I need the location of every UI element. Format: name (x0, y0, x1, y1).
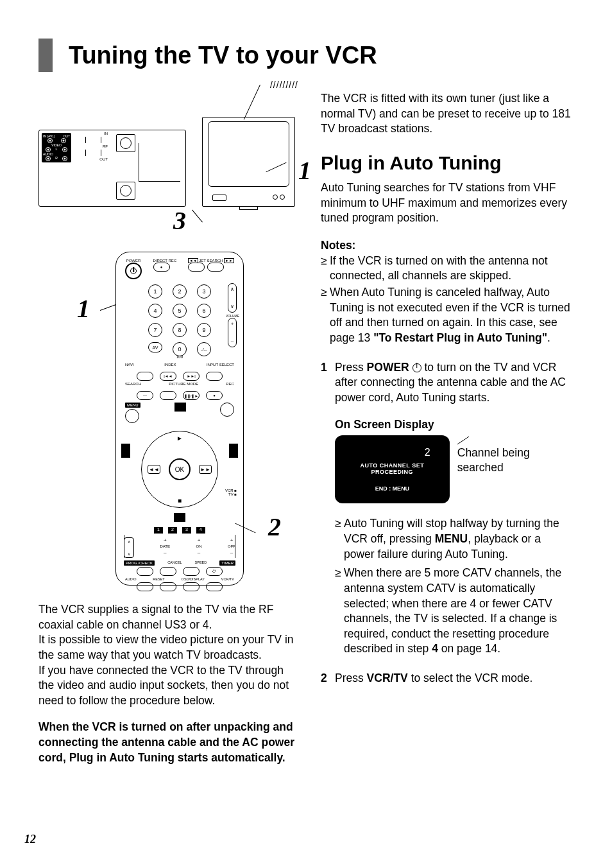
numpad-dash: -/-- (197, 342, 211, 356)
sub1-menu: MENU (435, 532, 468, 545)
right-side-button (229, 444, 238, 458)
step-2-suffix: to select the VCR mode. (408, 672, 533, 684)
osd-wrap: 2 AUTO CHANNEL SET PROCEEDING END : MENU… (335, 435, 574, 503)
step-1-body: Press POWER to turn on the TV and VCR af… (335, 360, 574, 406)
numpad-7: 7 (148, 323, 162, 337)
label-r: R (55, 156, 58, 161)
label-direct-rec: DIRECT REC (153, 259, 177, 263)
label-rf-in: IN (79, 132, 108, 135)
note-2: When Auto Tuning is canceled halfway, Au… (321, 285, 574, 346)
label-tv-switch: TV (228, 492, 234, 496)
sub2-b: on page 14. (438, 642, 500, 655)
cancel-button (160, 567, 176, 576)
reset-button (160, 582, 176, 591)
step-2-vcrtv: VCR/TV (367, 672, 408, 684)
prog-2: 2 (168, 527, 177, 534)
osd-callout-text: Channel being searched (457, 446, 574, 475)
osd-channel-number: 2 (343, 447, 442, 458)
cable-line (139, 143, 180, 182)
sub2-bold: 4 (432, 642, 438, 655)
remote-callout-1: 1 (77, 293, 90, 324)
label-audio: AUDIO (125, 577, 136, 581)
page-title: Tuning the TV to your VCR (69, 42, 377, 69)
numpad-8: 8 (173, 323, 187, 337)
label-picture-mode: PICTURE MODE (169, 382, 198, 386)
numpad-6: 6 (197, 304, 211, 318)
navi-button (137, 372, 153, 381)
label-speed: SPEED (195, 560, 207, 566)
label-off: OFF (228, 544, 235, 548)
dpad: ► ◄◄ ►► OK ■ (141, 431, 218, 508)
numpad-0: 0 (173, 342, 187, 356)
up-arrow-button (174, 403, 186, 412)
dpad-rew: ◄◄ (148, 465, 160, 474)
osd-line-1: AUTO CHANNEL SET (343, 462, 442, 469)
numpad-4: 4 (148, 304, 162, 318)
left-side-button (121, 444, 130, 458)
search-button: — (137, 391, 153, 400)
numpad-3: 3 (197, 284, 211, 299)
left-column: ///////// IN (AV1)OUT VIDEO L AUDIO R IN… (38, 91, 295, 765)
rf-in-jack (116, 134, 135, 152)
rf-labels: IN RF OUT (79, 132, 108, 154)
vcr-port-block: IN (AV1)OUT VIDEO L AUDIO R (42, 133, 71, 162)
osd-screen: 2 AUTO CHANNEL SET PROCEEDING END : MENU (335, 435, 450, 503)
label-power: POWER (125, 259, 142, 263)
label-av: AV (153, 345, 158, 350)
power-button-icon (125, 263, 142, 279)
step-1-sub-bullets: Auto Tuning will stop halfway by turning… (335, 516, 574, 657)
vcr-tv-button (206, 582, 223, 591)
step-2: 2 Press VCR/TV to select the VCR mode. (321, 671, 574, 686)
notes-heading: Notes: (321, 239, 574, 252)
index-prev: |◄◄ (160, 372, 176, 381)
volume-updown: +– (228, 318, 237, 347)
note-2-end: . (547, 331, 550, 344)
speed-button (183, 567, 200, 576)
top-right-round-button (220, 403, 234, 417)
rec-button: ● (206, 391, 223, 400)
rf-out-jack (116, 182, 135, 200)
label-menu: MENU (125, 403, 140, 408)
timer-button: ⏱ (206, 567, 223, 576)
remote-callout-2: 2 (268, 512, 281, 542)
remote-control-diagram: 1 POWER DIRECT REC ● ◄◄ JET SEARCH ►► (38, 252, 295, 592)
step-1-prefix: Press (335, 361, 367, 374)
left-bold-para: When the VCR is turned on after unpackin… (38, 720, 295, 765)
label-rf: RF (79, 144, 108, 148)
numpad-1: 1 (148, 284, 162, 299)
label-index: INDEX (164, 363, 176, 367)
svg-line-0 (457, 437, 469, 444)
label-vcr-tv: VCR/TV (221, 577, 234, 581)
input-select-button (206, 372, 223, 381)
label-cancel: CANCEL (167, 560, 182, 566)
section-title-plug-in: Plug in Auto Tuning (321, 152, 574, 174)
osd-line-3: END : MENU (343, 485, 442, 492)
direct-rec-button: ● (153, 263, 170, 272)
down-arrow-button (174, 513, 185, 522)
label-timer: TIMER (219, 560, 235, 566)
remote-body: POWER DIRECT REC ● ◄◄ JET SEARCH ►► 123 … (115, 252, 244, 586)
left-para-2: It is possible to view the video picture… (38, 632, 295, 663)
auto-tuning-desc: Auto Tuning searches for TV stations fro… (321, 180, 574, 226)
pause-button: ❚❚/❚► (183, 391, 200, 400)
header-accent-bar (38, 39, 53, 72)
menu-button (125, 409, 139, 423)
note-2-bold: "To Restart Plug in Auto Tuning" (373, 331, 547, 344)
right-intro: The VCR is fitted with its own tuner (ju… (321, 91, 574, 137)
label-osd-display: OSD/DISPLAY (182, 577, 205, 581)
page-number: 12 (24, 833, 36, 846)
step-2-number: 2 (321, 671, 335, 686)
tv-set-icon (202, 117, 295, 207)
label-out: OUT (63, 134, 70, 138)
sub-bullet-2: When there are 5 more CATV channels, the… (335, 566, 574, 657)
label-ok: OK (175, 466, 184, 473)
jet-search-rew (188, 263, 205, 272)
prog-check-button (137, 567, 153, 576)
step-1: 1 Press POWER to turn on the TV and VCR … (321, 360, 574, 406)
notes-list: If the VCR is turned on with the antenna… (321, 254, 574, 346)
label-rf-out: OUT (79, 157, 108, 161)
audio-button (137, 582, 153, 591)
osd-heading: On Screen Display (335, 418, 574, 431)
prog-4: 4 (196, 527, 205, 534)
av-button: AV (148, 342, 162, 352)
